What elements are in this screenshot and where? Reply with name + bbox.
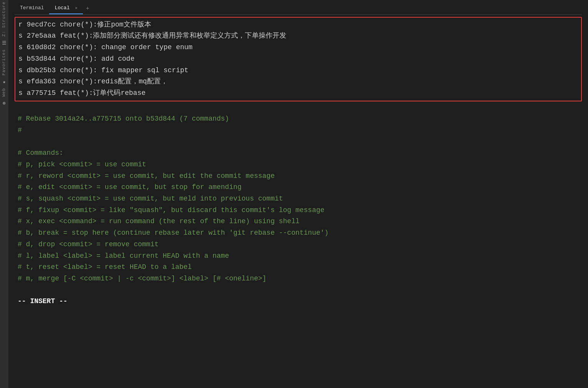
tab-local[interactable]: Local ✕	[49, 3, 83, 14]
comment-line-5: # e, edit <commit> = use commit, but sto…	[15, 182, 582, 193]
comment-line-2: # Commands:	[15, 148, 582, 159]
tab-terminal[interactable]: Terminal	[15, 3, 49, 14]
comment-line-8: # x, exec <command> = run command (the r…	[15, 216, 582, 227]
commit-line-5: s efda363 chore(*):redis配置，mq配置，	[15, 76, 581, 88]
main-content: Terminal Local ✕ + r 9ecd7cc chore(*):修正…	[8, 0, 588, 388]
blank-line-2	[15, 136, 582, 148]
comment-line-3: # p, pick <commit> = use commit	[15, 159, 582, 171]
commit-line-3: s b53d844 chore(*): add code	[15, 53, 581, 65]
editor-area: r 9ecd7cc chore(*):修正pom文件版本 s 27e5aaa f…	[15, 17, 582, 307]
commit-line-1: s 27e5aaa feat(*):添加部分测试还有修改通用异常和枚举定义方式，…	[15, 30, 581, 42]
web-icon: ⊕	[3, 100, 6, 108]
tab-close-icon[interactable]: ✕	[75, 6, 78, 10]
left-sidebar: Z: Structure ☰ Favorites ★ Web ⊕	[0, 0, 8, 388]
comment-line-1: #	[15, 125, 582, 136]
comment-line-13: # m, merge [-C <commit> | -c <commit>] <…	[15, 273, 582, 285]
sidebar-label-web[interactable]: Web	[1, 88, 8, 97]
commit-line-6: s a775715 feat(*):订单代码rebase	[15, 88, 581, 99]
insert-status-line: -- INSERT --	[15, 296, 582, 307]
comment-line-7: # f, fixup <commit> = like "squash", but…	[15, 205, 582, 216]
sidebar-label-favorites[interactable]: Favorites	[1, 49, 8, 75]
comment-line-9: # b, break = stop here (continue rebase …	[15, 227, 582, 239]
commit-line-2: s 610d8d2 chore(*): change order type en…	[15, 42, 581, 53]
comment-line-0: # Rebase 3014a24..a775715 onto b53d844 (…	[15, 113, 582, 125]
tab-add-button[interactable]: +	[83, 3, 92, 14]
blank-line-1	[15, 102, 582, 114]
comment-line-12: # t, reset <label> = reset HEAD to a lab…	[15, 262, 582, 273]
sidebar-label-structure[interactable]: Z: Structure	[1, 2, 8, 36]
blank-line-3	[15, 285, 582, 296]
comment-line-6: # s, squash <commit> = use commit, but m…	[15, 193, 582, 205]
commit-line-4: s dbb25b3 chore(*): fix mapper sql scrip…	[15, 65, 581, 76]
comment-line-4: # r, reword <commit> = use commit, but e…	[15, 171, 582, 182]
comment-line-11: # l, label <label> = label current HEAD …	[15, 250, 582, 262]
tab-bar: Terminal Local ✕ +	[15, 3, 582, 15]
comment-line-10: # d, drop <commit> = remove commit	[15, 239, 582, 250]
commit-line-0: r 9ecd7cc chore(*):修正pom文件版本	[15, 19, 581, 31]
favorites-icon: ★	[3, 78, 6, 86]
selected-commits-block: r 9ecd7cc chore(*):修正pom文件版本 s 27e5aaa f…	[15, 17, 582, 101]
structure-icon: ☰	[2, 40, 7, 48]
